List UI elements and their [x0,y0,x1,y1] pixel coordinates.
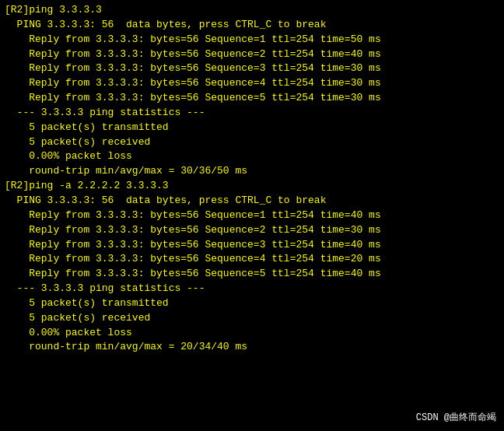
terminal-line-18: Reply from 3.3.3.3: bytes=56 Sequence=3 … [5,238,499,253]
terminal-line-10: 5 packet(s) received [5,135,499,150]
terminal-line-11: 0.00% packet loss [5,149,499,164]
terminal-line-8: --- 3.3.3.3 ping statistics --- [5,106,499,121]
terminal-window: [R2]ping 3.3.3.3 PING 3.3.3.3: 56 data b… [0,0,504,431]
terminal-line-16: Reply from 3.3.3.3: bytes=56 Sequence=1 … [5,208,499,223]
terminal-output: [R2]ping 3.3.3.3 PING 3.3.3.3: 56 data b… [5,3,499,355]
terminal-line-1: PING 3.3.3.3: 56 data bytes, press CTRL_… [5,18,499,33]
terminal-line-5: Reply from 3.3.3.3: bytes=56 Sequence=4 … [5,76,499,91]
watermark: CSDN @曲终而命竭 [416,412,496,425]
terminal-line-25: 0.00% packet loss [5,326,499,341]
terminal-line-9: 5 packet(s) transmitted [5,121,499,135]
terminal-line-0: [R2]ping 3.3.3.3 [5,3,499,18]
terminal-line-20: Reply from 3.3.3.3: bytes=56 Sequence=5 … [5,267,499,282]
terminal-line-2: Reply from 3.3.3.3: bytes=56 Sequence=1 … [5,33,499,47]
terminal-line-4: Reply from 3.3.3.3: bytes=56 Sequence=3 … [5,61,499,76]
terminal-line-12: round-trip min/avg/max = 30/36/50 ms [5,164,499,179]
terminal-line-26: round-trip min/avg/max = 20/34/40 ms [5,340,499,355]
terminal-line-24: 5 packet(s) received [5,311,499,326]
terminal-line-14: [R2]ping -a 2.2.2.2 3.3.3.3 [5,179,499,194]
terminal-line-15: PING 3.3.3.3: 56 data bytes, press CTRL_… [5,194,499,208]
terminal-line-17: Reply from 3.3.3.3: bytes=56 Sequence=2 … [5,223,499,238]
terminal-line-22: --- 3.3.3.3 ping statistics --- [5,282,499,296]
terminal-line-23: 5 packet(s) transmitted [5,296,499,311]
terminal-line-19: Reply from 3.3.3.3: bytes=56 Sequence=4 … [5,252,499,267]
terminal-line-6: Reply from 3.3.3.3: bytes=56 Sequence=5 … [5,91,499,106]
terminal-line-3: Reply from 3.3.3.3: bytes=56 Sequence=2 … [5,47,499,62]
